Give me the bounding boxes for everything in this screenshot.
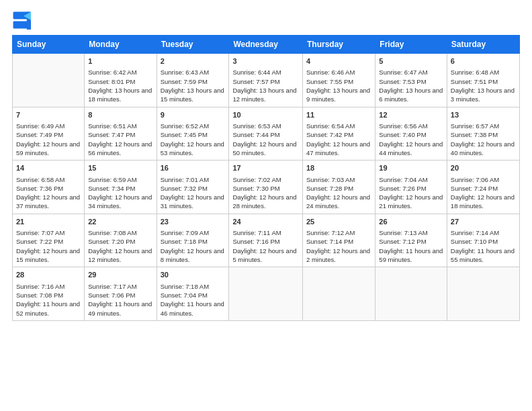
day-number: 23 — [161, 217, 226, 227]
daylight-text: Daylight: 11 hours and 46 minutes. — [161, 300, 226, 318]
sunset-text: Sunset: 7:06 PM — [88, 291, 152, 300]
weekday-header-sunday: Sunday — [13, 36, 85, 54]
calendar-cell: 24Sunrise: 7:11 AMSunset: 7:16 PMDayligh… — [229, 214, 303, 267]
calendar-cell — [447, 267, 519, 321]
calendar-cell: 15Sunrise: 6:59 AMSunset: 7:34 PMDayligh… — [85, 161, 157, 214]
sunrise-text: Sunrise: 7:08 AM — [88, 228, 152, 237]
daylight-text: Daylight: 13 hours and 9 minutes. — [306, 86, 371, 104]
calendar-cell: 5Sunrise: 6:47 AMSunset: 7:53 PMDaylight… — [375, 54, 447, 107]
daylight-text: Daylight: 12 hours and 47 minutes. — [306, 140, 371, 158]
calendar-cell: 25Sunrise: 7:12 AMSunset: 7:14 PMDayligh… — [303, 214, 375, 267]
sunset-text: Sunset: 7:36 PM — [16, 184, 81, 193]
calendar-cell: 20Sunrise: 7:06 AMSunset: 7:24 PMDayligh… — [447, 161, 519, 214]
calendar-cell: 28Sunrise: 7:16 AMSunset: 7:08 PMDayligh… — [13, 267, 85, 321]
weekday-header-friday: Friday — [375, 36, 447, 54]
sunrise-text: Sunrise: 7:12 AM — [306, 228, 371, 237]
calendar-cell — [229, 267, 303, 321]
weekday-header-tuesday: Tuesday — [157, 36, 229, 54]
sunrise-text: Sunrise: 6:51 AM — [88, 122, 152, 130]
sunrise-text: Sunrise: 7:04 AM — [379, 175, 443, 184]
sunset-text: Sunset: 7:32 PM — [161, 184, 226, 193]
sunset-text: Sunset: 7:18 PM — [161, 237, 226, 246]
logo — [12, 11, 34, 30]
sunrise-text: Sunrise: 7:02 AM — [232, 175, 299, 184]
calendar-cell: 23Sunrise: 7:09 AMSunset: 7:18 PMDayligh… — [157, 214, 229, 267]
day-number: 30 — [161, 270, 226, 280]
day-number: 24 — [232, 217, 299, 227]
day-number: 15 — [88, 163, 152, 173]
day-number: 21 — [16, 217, 81, 227]
sunset-text: Sunset: 7:14 PM — [306, 237, 371, 246]
sunset-text: Sunset: 7:20 PM — [88, 237, 152, 246]
calendar-table: SundayMondayTuesdayWednesdayThursdayFrid… — [12, 35, 520, 321]
daylight-text: Daylight: 12 hours and 24 minutes. — [306, 193, 371, 211]
daylight-text: Daylight: 11 hours and 49 minutes. — [88, 300, 152, 318]
daylight-text: Daylight: 12 hours and 50 minutes. — [232, 140, 299, 158]
day-number: 22 — [88, 217, 152, 227]
daylight-text: Daylight: 12 hours and 59 minutes. — [16, 140, 81, 158]
calendar-cell: 13Sunrise: 6:57 AMSunset: 7:38 PMDayligh… — [447, 107, 519, 161]
sunrise-text: Sunrise: 6:47 AM — [379, 68, 443, 77]
sunrise-text: Sunrise: 6:43 AM — [161, 68, 226, 77]
daylight-text: Daylight: 12 hours and 15 minutes. — [16, 246, 81, 265]
calendar-cell: 27Sunrise: 7:14 AMSunset: 7:10 PMDayligh… — [447, 214, 519, 267]
sunrise-text: Sunrise: 7:01 AM — [161, 175, 226, 184]
calendar-cell: 3Sunrise: 6:44 AMSunset: 7:57 PMDaylight… — [229, 54, 303, 107]
day-number: 10 — [232, 110, 299, 120]
day-number: 16 — [161, 163, 226, 173]
sunrise-text: Sunrise: 7:13 AM — [379, 228, 443, 237]
calendar-cell: 29Sunrise: 7:17 AMSunset: 7:06 PMDayligh… — [85, 267, 157, 321]
sunset-text: Sunset: 7:55 PM — [306, 77, 371, 86]
sunrise-text: Sunrise: 6:49 AM — [16, 122, 81, 130]
sunset-text: Sunset: 7:10 PM — [451, 237, 516, 246]
sunrise-text: Sunrise: 7:14 AM — [451, 228, 516, 237]
calendar-cell: 16Sunrise: 7:01 AMSunset: 7:32 PMDayligh… — [157, 161, 229, 214]
day-number: 26 — [379, 217, 443, 227]
sunset-text: Sunset: 7:24 PM — [451, 184, 516, 193]
daylight-text: Daylight: 12 hours and 12 minutes. — [88, 246, 152, 265]
calendar-cell: 26Sunrise: 7:13 AMSunset: 7:12 PMDayligh… — [375, 214, 447, 267]
daylight-text: Daylight: 13 hours and 15 minutes. — [161, 86, 226, 104]
calendar-cell — [375, 267, 447, 321]
sunset-text: Sunset: 7:38 PM — [451, 130, 516, 139]
daylight-text: Daylight: 12 hours and 8 minutes. — [161, 246, 226, 265]
day-number: 11 — [306, 110, 371, 120]
daylight-text: Daylight: 12 hours and 28 minutes. — [232, 193, 299, 211]
sunset-text: Sunset: 7:16 PM — [232, 237, 299, 246]
daylight-text: Daylight: 12 hours and 18 minutes. — [451, 193, 516, 211]
sunrise-text: Sunrise: 7:16 AM — [16, 282, 81, 291]
day-number: 2 — [161, 56, 226, 66]
day-number: 6 — [451, 56, 516, 66]
daylight-text: Daylight: 12 hours and 21 minutes. — [379, 193, 443, 211]
calendar-cell: 19Sunrise: 7:04 AMSunset: 7:26 PMDayligh… — [375, 161, 447, 214]
calendar-cell: 11Sunrise: 6:54 AMSunset: 7:42 PMDayligh… — [303, 107, 375, 161]
daylight-text: Daylight: 11 hours and 59 minutes. — [379, 246, 443, 265]
sunrise-text: Sunrise: 7:03 AM — [306, 175, 371, 184]
day-number: 20 — [451, 163, 516, 173]
day-number: 29 — [88, 270, 152, 280]
calendar-cell: 8Sunrise: 6:51 AMSunset: 7:47 PMDaylight… — [85, 107, 157, 161]
weekday-header-thursday: Thursday — [303, 36, 375, 54]
weekday-header-monday: Monday — [85, 36, 157, 54]
sunrise-text: Sunrise: 7:11 AM — [232, 228, 299, 237]
sunset-text: Sunset: 7:12 PM — [379, 237, 443, 246]
day-number: 13 — [451, 110, 516, 120]
weekday-header-saturday: Saturday — [447, 36, 519, 54]
sunrise-text: Sunrise: 6:59 AM — [88, 175, 152, 184]
day-number: 1 — [88, 56, 152, 66]
day-number: 17 — [232, 163, 299, 173]
daylight-text: Daylight: 11 hours and 55 minutes. — [451, 246, 516, 265]
sunset-text: Sunset: 7:34 PM — [88, 184, 152, 193]
calendar-cell: 14Sunrise: 6:58 AMSunset: 7:36 PMDayligh… — [13, 161, 85, 214]
sunrise-text: Sunrise: 6:48 AM — [451, 68, 516, 77]
daylight-text: Daylight: 13 hours and 3 minutes. — [451, 86, 516, 104]
calendar-cell: 12Sunrise: 6:56 AMSunset: 7:40 PMDayligh… — [375, 107, 447, 161]
sunset-text: Sunset: 7:47 PM — [88, 130, 152, 139]
sunrise-text: Sunrise: 6:46 AM — [306, 68, 371, 77]
sunset-text: Sunset: 7:30 PM — [232, 184, 299, 193]
sunset-text: Sunset: 7:08 PM — [16, 291, 81, 300]
calendar-cell: 30Sunrise: 7:18 AMSunset: 7:04 PMDayligh… — [157, 267, 229, 321]
sunrise-text: Sunrise: 7:06 AM — [451, 175, 516, 184]
day-number: 18 — [306, 163, 371, 173]
daylight-text: Daylight: 12 hours and 5 minutes. — [232, 246, 299, 265]
